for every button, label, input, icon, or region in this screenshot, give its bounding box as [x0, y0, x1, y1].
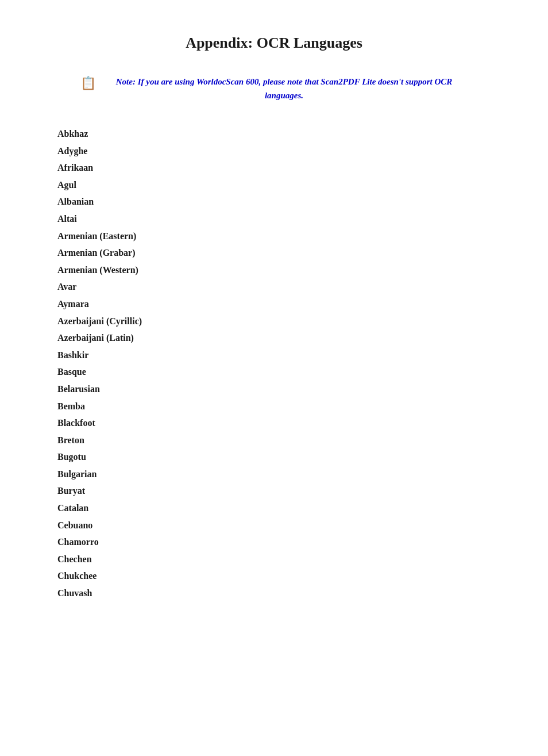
- list-item: Armenian (Western): [46, 262, 502, 279]
- list-item: Azerbaijani (Latin): [46, 329, 502, 347]
- list-item: Armenian (Grabar): [46, 244, 502, 262]
- list-item: Bulgarian: [46, 466, 502, 483]
- list-item: Bemba: [46, 398, 502, 415]
- list-item: Catalan: [46, 500, 502, 517]
- list-item: Bugotu: [46, 448, 502, 466]
- list-item: Cebuano: [46, 517, 502, 534]
- list-item: Chechen: [46, 551, 502, 568]
- list-item: Agul: [46, 176, 502, 194]
- list-item: Aymara: [46, 296, 502, 313]
- list-item: Afrikaan: [46, 159, 502, 176]
- list-item: Belarusian: [46, 381, 502, 398]
- list-item: Bashkir: [46, 347, 502, 364]
- list-item: Azerbaijani (Cyrillic): [46, 313, 502, 330]
- list-item: Breton: [46, 432, 502, 449]
- list-item: Abkhaz: [46, 125, 502, 143]
- page-title: Appendix: OCR Languages: [46, 34, 502, 52]
- note-text: Note: If you are using WorldocScan 600, …: [101, 75, 468, 102]
- note-box: 📋 Note: If you are using WorldocScan 600…: [46, 75, 502, 102]
- list-item: Avar: [46, 278, 502, 296]
- list-item: Adyghe: [46, 143, 502, 160]
- list-item: Blackfoot: [46, 415, 502, 432]
- list-item: Albanian: [46, 193, 502, 210]
- list-item: Chukchee: [46, 567, 502, 585]
- list-item: Buryat: [46, 482, 502, 500]
- list-item: Basque: [46, 363, 502, 381]
- list-item: Armenian (Eastern): [46, 228, 502, 245]
- list-item: Chamorro: [46, 534, 502, 551]
- list-item: Chuvash: [46, 585, 502, 602]
- list-item: Altai: [46, 210, 502, 228]
- language-list: AbkhazAdygheAfrikaanAgulAlbanianAltaiArm…: [46, 125, 502, 602]
- note-icon: 📋: [80, 76, 96, 91]
